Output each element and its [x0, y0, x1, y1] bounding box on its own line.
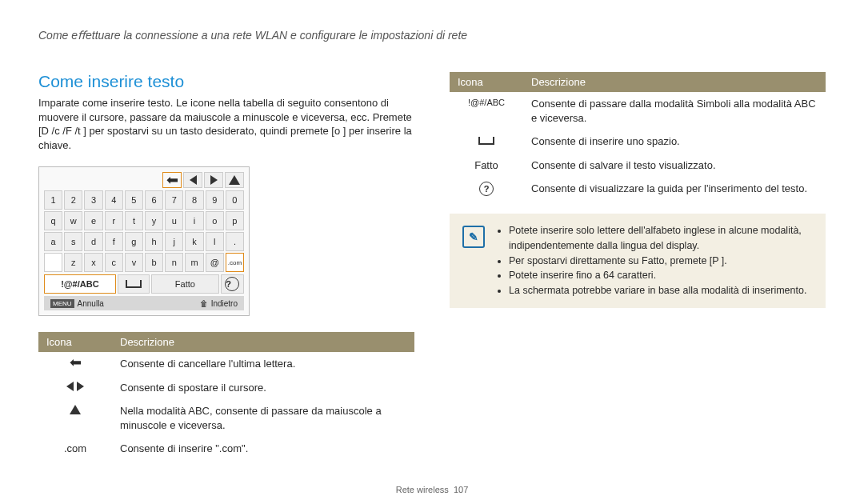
key: m — [185, 253, 203, 272]
key: r — [105, 211, 123, 230]
keyboard-row-1: 1 2 3 4 5 6 7 8 9 0 — [44, 190, 244, 210]
backspace-icon: ⬅ — [162, 172, 182, 188]
key: k — [185, 232, 203, 251]
key: 8 — [185, 190, 203, 210]
keyboard-row-3: a s d f g h j k l . — [44, 232, 244, 251]
desc: Consente di passare dalla modalità Simbo… — [523, 92, 826, 130]
note-icon: ✎ — [462, 226, 485, 248]
key: w — [64, 211, 82, 230]
table-row: Nella modalità ABC, consente di passare … — [38, 399, 414, 437]
back-arrow-icon — [183, 172, 202, 188]
desc: Consente di inserire uno spazio. — [523, 130, 826, 154]
key-space — [118, 274, 150, 294]
keyboard: ⬅ 1 2 3 4 5 6 7 8 9 — [38, 166, 250, 316]
key: h — [145, 232, 163, 251]
key: @ — [206, 253, 224, 272]
note-item: La schermata potrebbe variare in base al… — [509, 283, 813, 298]
done-icon: Fatto — [450, 154, 523, 178]
key: 5 — [125, 190, 143, 210]
right-column: Icona Descrizione !@#/ABC Consente di pa… — [450, 72, 826, 461]
key: 6 — [145, 190, 163, 210]
key: g — [125, 232, 143, 251]
th-desc: Descrizione — [523, 72, 826, 92]
desc: Consente di visualizzare la guida per l'… — [523, 177, 826, 201]
intro-text: Imparate come inserire testo. Le icone n… — [38, 96, 414, 152]
key: 4 — [105, 190, 123, 210]
section-title: Come inserire testo — [38, 72, 414, 91]
cursor-move-icon — [38, 376, 112, 400]
key-done: Fatto — [151, 274, 218, 294]
note-item: Potete inserire solo lettere dell'alfabe… — [509, 223, 813, 254]
key: l — [206, 232, 224, 251]
key-blank — [44, 253, 62, 272]
mode-icon: !@#/ABC — [450, 92, 523, 130]
table-row: !@#/ABC Consente di passare dalla modali… — [450, 92, 826, 130]
note-item: Potete inserire ﬁno a 64 caratteri. — [509, 268, 813, 283]
table-row: ⬅ Consente di cancellare l'ultima letter… — [38, 352, 414, 376]
help-icon: ? — [450, 177, 523, 201]
table-row: .com Consente di inserire ".com". — [38, 437, 414, 461]
desc: Consente di cancellare l'ultima lettera. — [112, 352, 414, 376]
key: y — [145, 211, 163, 230]
footer-section: Rete wireless — [396, 485, 449, 494]
desc: Nella modalità ABC, consente di passare … — [112, 399, 414, 437]
key: o — [206, 211, 224, 230]
table-row: Consente di spostare il cursore. — [38, 376, 414, 400]
key: d — [84, 232, 102, 251]
keyboard-row-2: q w e r t y u i o p — [44, 211, 244, 230]
th-icon: Icona — [38, 332, 112, 352]
key: f — [105, 232, 123, 251]
table-row: Fatto Consente di salvare il testo visua… — [450, 154, 826, 178]
menu-tag: MENU — [50, 299, 74, 308]
keyboard-footer: MENUAnnulla 🗑Indietro — [44, 296, 244, 310]
foot-annulla: Annulla — [78, 299, 104, 308]
th-desc: Descrizione — [112, 332, 414, 352]
key: n — [165, 253, 183, 272]
desc: Consente di salvare il testo visualizzat… — [523, 154, 826, 178]
key: 3 — [84, 190, 102, 210]
footer: Rete wireless 107 — [0, 485, 864, 494]
trash-icon: 🗑 — [200, 299, 208, 308]
key: 0 — [226, 190, 244, 210]
com-icon: .com — [38, 437, 112, 461]
key-help: ? — [221, 274, 244, 294]
key: s — [64, 232, 82, 251]
key: p — [226, 211, 244, 230]
desc: Consente di spostare il cursore. — [112, 376, 414, 400]
key: e — [84, 211, 102, 230]
key: i — [185, 211, 203, 230]
key: j — [165, 232, 183, 251]
icon-table-left: Icona Descrizione ⬅ Consente di cancella… — [38, 332, 414, 461]
key: t — [125, 211, 143, 230]
table-row: Consente di inserire uno spazio. — [450, 130, 826, 154]
key: z — [64, 253, 82, 272]
shift-icon — [38, 399, 112, 437]
note-item: Per spostarvi direttamente su Fatto, pre… — [509, 254, 813, 269]
foot-indietro: Indietro — [211, 299, 238, 308]
key: b — [145, 253, 163, 272]
note-box: ✎ Potete inserire solo lettere dell'alfa… — [450, 214, 826, 308]
key: 2 — [64, 190, 82, 210]
breadcrumb: Come eﬀettuare la connessione a una rete… — [38, 29, 826, 42]
keyboard-row-4: z x c v b n m @ .com — [44, 253, 244, 272]
space-icon — [450, 130, 523, 154]
desc: Consente di inserire ".com". — [112, 437, 414, 461]
table-row: ? Consente di visualizzare la guida per … — [450, 177, 826, 201]
key: 7 — [165, 190, 183, 210]
key: 1 — [44, 190, 62, 210]
key: q — [44, 211, 62, 230]
key-mode: !@#/ABC — [44, 274, 116, 294]
th-icon: Icona — [450, 72, 523, 92]
footer-page: 107 — [454, 485, 468, 494]
left-column: Come inserire testo Imparate come inseri… — [38, 72, 414, 461]
key: a — [44, 232, 62, 251]
key: x — [84, 253, 102, 272]
icon-table-right: Icona Descrizione !@#/ABC Consente di pa… — [450, 72, 826, 201]
key: . — [226, 232, 244, 251]
key-com: .com — [226, 253, 244, 272]
key: c — [105, 253, 123, 272]
forward-arrow-icon — [204, 172, 223, 188]
key: v — [125, 253, 143, 272]
note-list: Potete inserire solo lettere dell'alfabe… — [496, 223, 813, 298]
backspace-icon: ⬅ — [38, 352, 112, 376]
